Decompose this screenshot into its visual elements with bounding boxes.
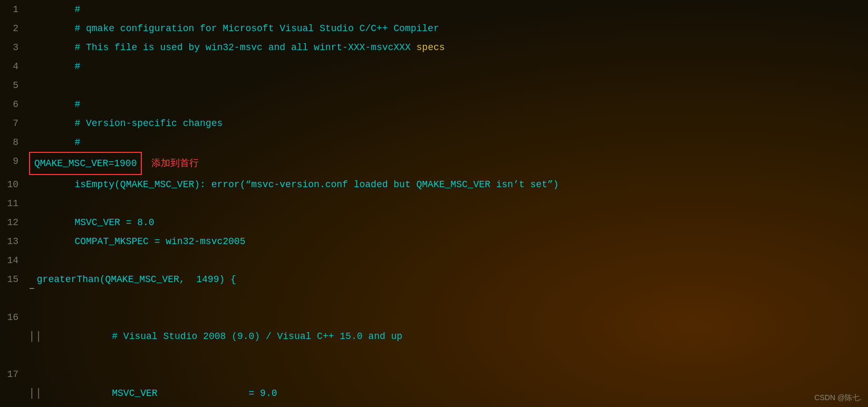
collapse-icon: − xyxy=(29,279,35,298)
line-number: 2 xyxy=(0,19,29,38)
code-line: # xyxy=(29,95,80,114)
line-number: 9 xyxy=(0,152,29,171)
table-row: 3 # This file is used by win32-msvc and … xyxy=(0,38,868,57)
line-number: 6 xyxy=(0,95,29,114)
line-number: 12 xyxy=(0,213,29,232)
line-number: 10 xyxy=(0,175,29,194)
table-row: 8 # xyxy=(0,133,868,152)
code-line: # xyxy=(29,133,80,152)
code-line: isEmpty(QMAKE_MSC_VER): error(“msvc-vers… xyxy=(29,175,559,194)
line-number: 1 xyxy=(0,0,29,19)
table-row: 13 COMPAT_MKSPEC = win32-msvc2005 xyxy=(0,232,868,251)
line-number: 8 xyxy=(0,133,29,152)
table-row: 12 MSVC_VER = 8.0 xyxy=(0,213,868,232)
line-number: 16 xyxy=(0,308,29,327)
code-line: │ │ # Visual Studio 2008 (9.0) / Visual … xyxy=(29,308,402,365)
code-line: QMAKE_MSC_VER=1900 添加到首行 xyxy=(29,152,199,175)
block-indent-icon: │ xyxy=(29,327,35,346)
table-row: 6 # xyxy=(0,95,868,114)
table-row: 16 │ │ # Visual Studio 2008 (9.0) / Visu… xyxy=(0,308,868,365)
line-number: 14 xyxy=(0,251,29,270)
line-number: 3 xyxy=(0,38,29,57)
table-row: 7 # Version-specific changes xyxy=(0,114,868,133)
table-row: 10 isEmpty(QMAKE_MSC_VER): error(“msvc-v… xyxy=(0,175,868,194)
highlighted-code: QMAKE_MSC_VER=1900 xyxy=(29,152,142,175)
line-number: 13 xyxy=(0,232,29,251)
code-line: −greaterThan(QMAKE_MSC_VER, 1499) { xyxy=(29,270,236,308)
table-row: 15 −greaterThan(QMAKE_MSC_VER, 1499) { xyxy=(0,270,868,308)
table-row: 1 # xyxy=(0,0,868,19)
table-row: 11 xyxy=(0,194,868,213)
code-line: MSVC_VER = 8.0 xyxy=(29,213,155,232)
code-line: # This file is used by win32-msvc and al… xyxy=(29,38,445,57)
code-line: # qmake configuration for Microsoft Visu… xyxy=(29,19,439,38)
watermark-text: CSDN @陈七. xyxy=(814,393,862,403)
line-number: 7 xyxy=(0,114,29,133)
table-row: 2 # qmake configuration for Microsoft Vi… xyxy=(0,19,868,38)
line-number: 4 xyxy=(0,57,29,76)
code-line: # xyxy=(29,57,80,76)
block-indent-icon2: │ xyxy=(36,327,42,346)
annotation-text: 添加到首行 xyxy=(151,154,199,173)
line-number: 5 xyxy=(0,76,29,95)
line-number: 15 xyxy=(0,270,29,289)
table-row: 14 xyxy=(0,251,868,270)
code-line: # Version-specific changes xyxy=(29,114,223,133)
code-line: │ │ MSVC_VER = 9.0 xyxy=(29,365,277,407)
table-row: 9 QMAKE_MSC_VER=1900 添加到首行 xyxy=(0,152,868,175)
block-indent-icon: │ xyxy=(29,384,35,403)
code-editor: 1 # 2 # qmake configuration for Microsof… xyxy=(0,0,868,407)
table-row: 4 # xyxy=(0,57,868,76)
table-row: 5 xyxy=(0,76,868,95)
table-row: 17 │ │ MSVC_VER = 9.0 xyxy=(0,365,868,407)
code-line: # xyxy=(29,0,80,19)
block-indent-icon2: │ xyxy=(36,384,42,403)
code-line: COMPAT_MKSPEC = win32-msvc2005 xyxy=(29,232,245,251)
line-number: 11 xyxy=(0,194,29,213)
line-number: 17 xyxy=(0,365,29,384)
